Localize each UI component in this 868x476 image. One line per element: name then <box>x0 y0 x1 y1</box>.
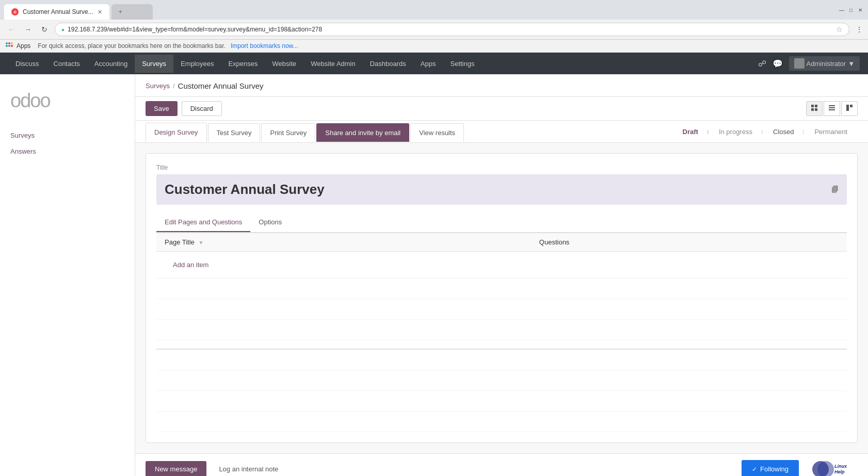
reload-button[interactable]: ↻ <box>38 23 51 36</box>
sidebar-logo: odoo <box>0 85 135 127</box>
tab-close-button[interactable]: ✕ <box>98 9 102 15</box>
bookmarks-hint-text: For quick access, place your bookmarks h… <box>38 42 226 50</box>
bookmark-star-icon[interactable]: ☆ <box>836 25 843 34</box>
view-controls <box>806 101 858 116</box>
active-tab[interactable]: o Customer Annual Surve... ✕ <box>4 4 109 20</box>
nav-item-settings[interactable]: Settings <box>443 55 481 73</box>
minimize-icon[interactable]: — <box>838 6 845 13</box>
svg-rect-6 <box>829 105 835 106</box>
form-view-button[interactable] <box>841 101 858 116</box>
address-bar[interactable]: ● 192.168.7.239/web#id=1&view_type=form&… <box>55 23 849 36</box>
title-label: Title <box>156 164 847 171</box>
sidebar-item-answers[interactable]: Answers <box>0 143 135 159</box>
bookmarks-bar: Apps For quick access, place your bookma… <box>0 40 868 53</box>
browser-menu-icon[interactable]: ⋮ <box>856 25 863 34</box>
nav-item-expenses[interactable]: Expenses <box>221 55 265 73</box>
nav-item-employees[interactable]: Employees <box>173 55 221 73</box>
globe-icon[interactable]: ☍ <box>758 59 766 69</box>
svg-rect-3 <box>815 105 817 107</box>
svg-rect-10 <box>850 105 853 107</box>
window-controls: — □ ✕ <box>838 6 864 18</box>
survey-form: Title Customer Annual Survey 🗐 Edit Page… <box>146 153 858 443</box>
content-area: Surveys / Customer Annual Survey Save Di… <box>135 74 868 476</box>
status-permanent-button[interactable]: Permanent <box>804 123 858 141</box>
discard-button[interactable]: Discard <box>182 101 222 116</box>
nav-item-surveys[interactable]: Surveys <box>135 55 173 73</box>
new-message-button[interactable]: New message <box>146 461 206 476</box>
svg-text:o: o <box>13 9 17 14</box>
svg-text:Help: Help <box>834 469 845 474</box>
view-results-button[interactable]: View results <box>410 123 464 142</box>
empty-row-2 <box>156 299 847 320</box>
save-button[interactable]: Save <box>146 101 178 116</box>
chat-icon[interactable]: 💬 <box>773 59 783 69</box>
admin-menu[interactable]: Administrator ▼ <box>789 56 860 71</box>
apps-label[interactable]: Apps <box>17 42 30 50</box>
browser-toolbar: ← → ↻ ● 192.168.7.239/web#id=1&view_type… <box>0 20 868 40</box>
copy-icon[interactable]: 🗐 <box>831 186 839 194</box>
maximize-icon[interactable]: □ <box>847 6 855 13</box>
back-button[interactable]: ← <box>5 23 18 36</box>
tab-favicon: o <box>11 8 19 15</box>
nav-item-contacts[interactable]: Contacts <box>46 55 87 73</box>
nav-item-website-admin[interactable]: Website Admin <box>303 55 362 73</box>
form-tabs: Edit Pages and Questions Options <box>156 213 847 233</box>
odoo-logo-image: odoo <box>10 90 124 112</box>
nav-item-discuss[interactable]: Discuss <box>8 55 46 73</box>
test-survey-button[interactable]: Test Survey <box>208 123 261 142</box>
status-draft-button[interactable]: Draft <box>672 123 709 141</box>
nav-item-dashboards[interactable]: Dashboards <box>363 55 413 73</box>
breadcrumb-parent-link[interactable]: Surveys <box>146 82 170 90</box>
following-button[interactable]: ✓ Following <box>742 460 799 476</box>
survey-pages-table: Page Title ▼ Questions Add an item <box>156 233 847 432</box>
close-icon[interactable]: ✕ <box>857 6 864 13</box>
svg-rect-4 <box>811 108 814 111</box>
form-view-icon <box>846 104 853 111</box>
tab-options[interactable]: Options <box>250 213 290 232</box>
add-item-cell: Add an item <box>156 252 847 278</box>
breadcrumb-separator: / <box>173 82 175 90</box>
empty-row-5 <box>156 370 847 390</box>
new-tab-button[interactable]: + <box>111 4 153 20</box>
tab-title: Customer Annual Surve... <box>23 8 93 15</box>
empty-row-4 <box>156 349 847 370</box>
empty-row-1 <box>156 278 847 299</box>
nav-item-apps[interactable]: Apps <box>413 55 443 73</box>
tab-edit-pages[interactable]: Edit Pages and Questions <box>156 213 250 232</box>
checkmark-icon: ✓ <box>752 466 757 473</box>
apps-grid-icon[interactable] <box>5 42 13 50</box>
browser-frame: o Customer Annual Surve... ✕ + — □ ✕ ← →… <box>0 0 868 53</box>
forward-button[interactable]: → <box>22 23 34 36</box>
share-invite-button[interactable]: Share and invite by email <box>316 123 409 142</box>
status-closed-button[interactable]: Closed <box>763 123 804 141</box>
column-page-title: Page Title ▼ <box>156 233 531 252</box>
column-questions: Questions <box>531 233 847 252</box>
design-survey-button[interactable]: Design Survey <box>146 123 207 142</box>
linuxhelp-logo: Linux Help <box>811 460 858 477</box>
list-view-button[interactable] <box>824 101 840 116</box>
add-item-link[interactable]: Add an item <box>165 256 217 274</box>
kanban-view-button[interactable] <box>806 101 823 116</box>
admin-chevron-icon: ▼ <box>848 60 855 68</box>
new-tab-icon: + <box>119 8 122 15</box>
empty-row-6 <box>156 390 847 411</box>
survey-toolbar: Design Survey Test Survey Print Survey S… <box>135 121 868 143</box>
main-layout: odoo Surveys Answers Surveys / Customer … <box>0 74 868 476</box>
nav-item-accounting[interactable]: Accounting <box>87 55 135 73</box>
sort-icon[interactable]: ▼ <box>198 240 203 245</box>
internal-note-button[interactable]: Log an internal note <box>213 461 284 476</box>
import-bookmarks-link[interactable]: Import bookmarks now... <box>231 42 298 50</box>
svg-text:Linux: Linux <box>834 464 847 469</box>
kanban-view-icon <box>811 104 818 111</box>
status-bar: Draft In progress Closed Permanent <box>672 123 858 141</box>
nav-item-website[interactable]: Website <box>265 55 304 73</box>
action-bar-left: Save Discard <box>146 101 222 116</box>
print-survey-button[interactable]: Print Survey <box>261 123 315 142</box>
survey-title-field[interactable]: Customer Annual Survey 🗐 <box>156 174 847 205</box>
sidebar-item-surveys[interactable]: Surveys <box>0 127 135 143</box>
following-label: Following <box>760 465 789 473</box>
status-inprogress-button[interactable]: In progress <box>709 123 763 141</box>
survey-title-text: Customer Annual Survey <box>165 182 831 198</box>
linuxhelp-watermark: Linux Help <box>811 460 858 477</box>
following-section: ✓ Following Linux Help <box>742 460 858 477</box>
